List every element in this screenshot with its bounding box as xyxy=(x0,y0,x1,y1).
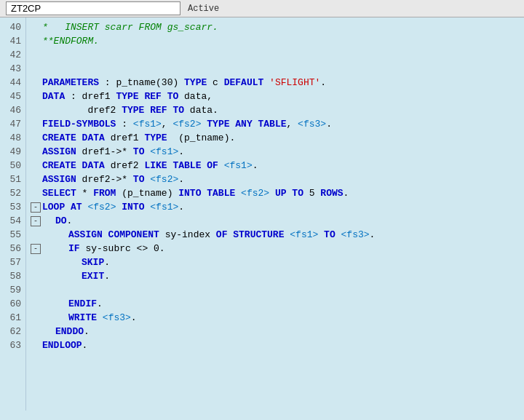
code-line: ASSIGN dref1->* TO <fs1>. xyxy=(31,145,524,159)
token-nm xyxy=(218,159,224,173)
token-nm: . xyxy=(97,297,103,311)
token-nm: * xyxy=(76,186,93,200)
token-nm: (p_tname) xyxy=(116,186,178,200)
token-nm: . xyxy=(84,325,90,338)
token-kw: INTO TABLE xyxy=(178,186,235,200)
token-kw: UP TO xyxy=(275,186,303,200)
token-kw: TYPE ANY TABLE xyxy=(207,117,286,131)
active-status: Active xyxy=(188,4,219,14)
token-nm: dref2 xyxy=(105,159,145,173)
token-cm: * INSERT scarr FROM gs_scarr. xyxy=(42,20,218,34)
line-number: 41 xyxy=(3,34,21,48)
token-kw: ASSIGN xyxy=(42,145,76,159)
fold-icon[interactable]: - xyxy=(31,202,41,213)
line-number: 50 xyxy=(3,159,21,173)
line-number: 46 xyxy=(3,103,21,117)
token-sy: <fs1> xyxy=(290,228,318,242)
line-number: 62 xyxy=(3,325,21,338)
token-nm xyxy=(336,228,341,242)
token-nm: . xyxy=(344,186,349,200)
token-nm: ) xyxy=(172,76,184,90)
code-line xyxy=(31,283,524,297)
token-sy: <fs1> xyxy=(224,159,253,173)
token-sy: <fs1> xyxy=(150,200,178,214)
token-nm xyxy=(284,228,290,242)
code-line: SELECT * FROM (p_tname) INTO TABLE <fs2>… xyxy=(31,186,524,200)
token-kw: DEFAULT xyxy=(224,76,264,90)
token-nm: . xyxy=(131,311,137,325)
token-kw: LIKE TABLE OF xyxy=(144,159,218,173)
token-sy: <fs1> xyxy=(133,117,162,131)
line-numbers: 4041424344454647484950515253545556575859… xyxy=(0,17,26,411)
line-number: 48 xyxy=(3,131,21,145)
token-nm xyxy=(116,200,122,214)
token-kw: TO xyxy=(324,228,336,242)
token-nm: . xyxy=(104,269,110,283)
token-nm: dref1 xyxy=(105,131,145,145)
line-number: 53 xyxy=(3,200,21,214)
line-number: 54 xyxy=(3,214,21,228)
code-line: ENDIF. xyxy=(31,297,524,311)
fold-icon[interactable]: - xyxy=(31,216,41,226)
token-nm xyxy=(263,76,269,90)
token-kw: ASSIGN xyxy=(42,173,76,186)
token-nm: . xyxy=(178,173,184,186)
token-nm xyxy=(235,186,241,200)
token-nm: . xyxy=(178,145,184,159)
token-nm xyxy=(269,186,275,200)
token-nm: (p_tname). xyxy=(167,131,236,145)
editor-container: 4041424344454647484950515253545556575859… xyxy=(0,17,524,411)
token-nm: . xyxy=(67,214,73,228)
token-kw: TYPE xyxy=(184,76,207,90)
token-nm xyxy=(144,173,150,186)
token-kw: WRITE xyxy=(68,311,97,325)
token-nm xyxy=(97,311,103,325)
code-line: ASSIGN COMPONENT sy-index OF STRUCTURE <… xyxy=(31,228,524,242)
token-kw: ASSIGN COMPONENT xyxy=(68,228,159,242)
program-name-input[interactable] xyxy=(6,1,180,15)
token-sy: <fs3> xyxy=(298,117,326,131)
code-line: SKIP. xyxy=(31,255,524,269)
token-nm: . xyxy=(370,228,376,242)
line-number: 61 xyxy=(3,311,21,325)
code-line: DATA : dref1 TYPE REF TO data, xyxy=(31,90,524,103)
title-bar: Active xyxy=(0,0,524,17)
token-kw: EXIT xyxy=(82,269,104,283)
line-number: 58 xyxy=(3,269,21,283)
code-line: EXIT. xyxy=(31,269,524,283)
line-number: 55 xyxy=(3,228,21,242)
token-kw: LOOP AT xyxy=(42,200,82,214)
token-nm: . xyxy=(82,338,88,352)
token-sy: <fs2> xyxy=(172,117,201,131)
token-kw: CREATE DATA xyxy=(42,159,105,173)
token-nm: . xyxy=(104,255,110,269)
token-kw: SELECT xyxy=(42,186,76,200)
code-line: ASSIGN dref2->* TO <fs2>. xyxy=(31,173,524,186)
code-line: WRITE <fs3>. xyxy=(31,311,524,325)
code-line: CREATE DATA dref1 TYPE (p_tname). xyxy=(31,131,524,145)
token-sy: <fs2> xyxy=(241,186,269,200)
line-number: 49 xyxy=(3,145,21,159)
code-line: ENDDO. xyxy=(31,325,524,338)
token-sy: <fs2> xyxy=(87,200,116,214)
token-nm: . xyxy=(326,117,332,131)
line-number: 57 xyxy=(3,255,21,269)
token-nm: . xyxy=(320,76,326,90)
code-line: * INSERT scarr FROM gs_scarr. xyxy=(31,20,524,34)
token-cm: **ENDFORM. xyxy=(42,34,99,48)
token-kw: CREATE DATA xyxy=(42,131,105,145)
token-nm: sy-subrc <> 0. xyxy=(80,242,165,255)
line-number: 63 xyxy=(3,338,21,352)
token-nm: data. xyxy=(184,103,218,117)
token-nm xyxy=(144,145,150,159)
token-nm: : dref1 xyxy=(65,90,116,103)
token-nm: dref2 xyxy=(42,103,122,117)
token-kw: ENDIF xyxy=(68,297,97,311)
fold-icon[interactable]: - xyxy=(31,244,41,254)
token-kw: INTO xyxy=(122,200,144,214)
token-nm: data, xyxy=(178,90,213,103)
token-nm xyxy=(318,228,324,242)
token-nm: . xyxy=(178,200,184,214)
token-kw: TYPE REF TO xyxy=(122,103,184,117)
token-kw: TYPE xyxy=(144,131,167,145)
